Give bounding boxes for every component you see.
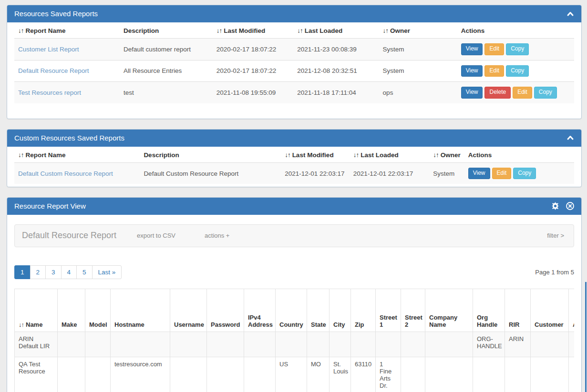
modified-cell: 2020-02-17 18:07:22 bbox=[213, 60, 293, 82]
column-header-owner[interactable]: ↓↑Owner bbox=[429, 147, 464, 163]
owner-cell: System bbox=[379, 60, 457, 82]
cell bbox=[244, 332, 276, 357]
copy-button[interactable]: Copy bbox=[534, 87, 557, 99]
page-button-1[interactable]: 1 bbox=[14, 265, 31, 279]
column-header-org-handle: Org Handle bbox=[473, 289, 505, 332]
header-row: ↓↑Report NameDescription↓↑Last Modified↓… bbox=[14, 22, 574, 39]
column-header-company-name: Company Name bbox=[425, 289, 473, 332]
sort-icon: ↓↑ bbox=[285, 151, 290, 159]
panel-resources-saved-reports: Resources Saved Reports ↓↑Report NameDes… bbox=[7, 5, 582, 119]
copy-button[interactable]: Copy bbox=[506, 43, 529, 55]
column-header-street-2: Street 2 bbox=[401, 289, 425, 332]
cell: St. Louis bbox=[330, 357, 351, 392]
copy-button[interactable]: Copy bbox=[506, 65, 529, 77]
column-header-last-loaded[interactable]: ↓↑Last Loaded bbox=[350, 147, 429, 163]
panel-title: Resource Report View bbox=[14, 202, 86, 210]
loaded-cell: 2021-11-23 00:08:39 bbox=[293, 39, 379, 60]
column-header-make: Make bbox=[58, 289, 85, 332]
gear-icon[interactable] bbox=[551, 202, 559, 210]
report-name-cell: Test Resources report bbox=[14, 82, 120, 103]
column-label: City bbox=[333, 321, 345, 328]
view-button[interactable]: View bbox=[461, 87, 483, 99]
report-name-link[interactable]: Default Resource Report bbox=[18, 67, 89, 74]
actions-menu-link[interactable]: actions + bbox=[205, 232, 229, 239]
column-label: Country bbox=[279, 321, 303, 328]
cell: ORG-HANDLE bbox=[473, 332, 505, 357]
edit-button[interactable]: Edit bbox=[484, 65, 504, 77]
column-header-actions: Actions bbox=[457, 22, 574, 39]
sort-icon: ↓↑ bbox=[19, 321, 24, 328]
column-header-name[interactable]: ↓↑Name bbox=[15, 289, 58, 332]
cell bbox=[425, 332, 473, 357]
cell: QA Test Resource bbox=[15, 357, 58, 392]
loaded-cell: 2021-11-18 17:11:04 bbox=[293, 82, 379, 103]
cell: 1 Fine Arts Dr. bbox=[376, 357, 401, 392]
table-row: Customer List ReportDefault customer rep… bbox=[14, 39, 574, 60]
report-name-link[interactable]: Test Resources report bbox=[18, 89, 81, 96]
column-header-customer: Customer bbox=[531, 289, 569, 332]
column-header-rir: RIR bbox=[505, 289, 531, 332]
column-header-last-loaded[interactable]: ↓↑Last Loaded bbox=[293, 22, 379, 39]
close-circle-icon[interactable] bbox=[566, 202, 574, 210]
panel-body: ↓↑Report NameDescription↓↑Last Modified↓… bbox=[7, 22, 581, 119]
loaded-cell: 2021-12-01 22:03:17 bbox=[350, 162, 429, 184]
sort-icon: ↓↑ bbox=[216, 27, 222, 34]
column-header-country: Country bbox=[276, 289, 307, 332]
chevron-up-icon[interactable] bbox=[566, 135, 574, 141]
sort-icon: ↓↑ bbox=[18, 151, 24, 159]
column-header-report-name[interactable]: ↓↑Report Name bbox=[14, 147, 140, 163]
page-button-2[interactable]: 2 bbox=[30, 265, 46, 279]
page: Resources Saved Reports ↓↑Report NameDes… bbox=[0, 0, 587, 392]
column-header-last-modified[interactable]: ↓↑Last Modified bbox=[213, 22, 293, 39]
page-button-5[interactable]: 5 bbox=[76, 265, 93, 279]
column-label: Owner bbox=[441, 151, 461, 159]
cell bbox=[401, 332, 425, 357]
column-label: Make bbox=[62, 321, 77, 328]
modified-cell: 2020-02-17 18:07:22 bbox=[213, 39, 293, 60]
column-header-a-c: A C bbox=[569, 289, 575, 332]
column-label: RIR bbox=[509, 321, 519, 328]
cell bbox=[531, 357, 569, 392]
report-title: Default Resource Report bbox=[22, 231, 116, 241]
view-button[interactable]: View bbox=[461, 43, 483, 55]
panel-custom-resources-saved-reports: Custom Resources Saved Reports ↓↑Report … bbox=[7, 129, 582, 188]
filter-toggle-link[interactable]: filter > bbox=[547, 232, 564, 239]
view-button[interactable]: View bbox=[468, 168, 490, 180]
column-header-owner[interactable]: ↓↑Owner bbox=[379, 22, 457, 39]
report-table-wrap: ↓↑NameMakeModelHostnameUsernamePasswordI… bbox=[14, 289, 574, 392]
actions-cell: ViewEditCopy bbox=[457, 39, 574, 60]
column-label: Actions bbox=[461, 27, 485, 34]
panel-body: ↓↑Report NameDescription↓↑Last Modified↓… bbox=[7, 147, 581, 187]
column-header-password: Password bbox=[207, 289, 244, 332]
column-header-model: Model bbox=[85, 289, 111, 332]
report-name-link[interactable]: Default Custom Resource Report bbox=[18, 170, 113, 177]
chevron-up-icon[interactable] bbox=[566, 11, 574, 17]
owner-cell: ops bbox=[379, 82, 457, 103]
page-button-3[interactable]: 3 bbox=[45, 265, 62, 279]
copy-button[interactable]: Copy bbox=[513, 168, 536, 180]
column-label: Actions bbox=[468, 151, 492, 159]
edit-button[interactable]: Edit bbox=[492, 168, 512, 180]
page-button-4[interactable]: 4 bbox=[61, 265, 77, 279]
export-csv-link[interactable]: export to CSV bbox=[137, 232, 175, 239]
report-name-link[interactable]: Customer List Report bbox=[18, 46, 79, 53]
header-row: ↓↑NameMakeModelHostnameUsernamePasswordI… bbox=[15, 289, 575, 332]
column-label: Street 1 bbox=[380, 314, 397, 328]
cell bbox=[58, 357, 85, 392]
sort-icon: ↓↑ bbox=[297, 27, 303, 34]
pager-row: 12345Last » Page 1 from 5 bbox=[14, 265, 574, 279]
column-header-report-name[interactable]: ↓↑Report Name bbox=[14, 22, 120, 39]
column-header-last-modified[interactable]: ↓↑Last Modified bbox=[281, 147, 350, 163]
delete-button[interactable]: Delete bbox=[484, 87, 511, 99]
edit-button[interactable]: Edit bbox=[484, 43, 504, 55]
cell bbox=[351, 332, 376, 357]
column-header-ipv4-address: IPv4 Address bbox=[244, 289, 276, 332]
cell bbox=[376, 332, 401, 357]
cell bbox=[170, 332, 207, 357]
edit-button[interactable]: Edit bbox=[513, 87, 532, 99]
view-button[interactable]: View bbox=[461, 65, 483, 77]
description-cell: Default customer report bbox=[120, 39, 213, 60]
page-button-last[interactable]: Last » bbox=[92, 265, 122, 279]
page-status: Page 1 from 5 bbox=[535, 269, 574, 276]
actions-cell: ViewDeleteEditCopy bbox=[457, 82, 574, 103]
